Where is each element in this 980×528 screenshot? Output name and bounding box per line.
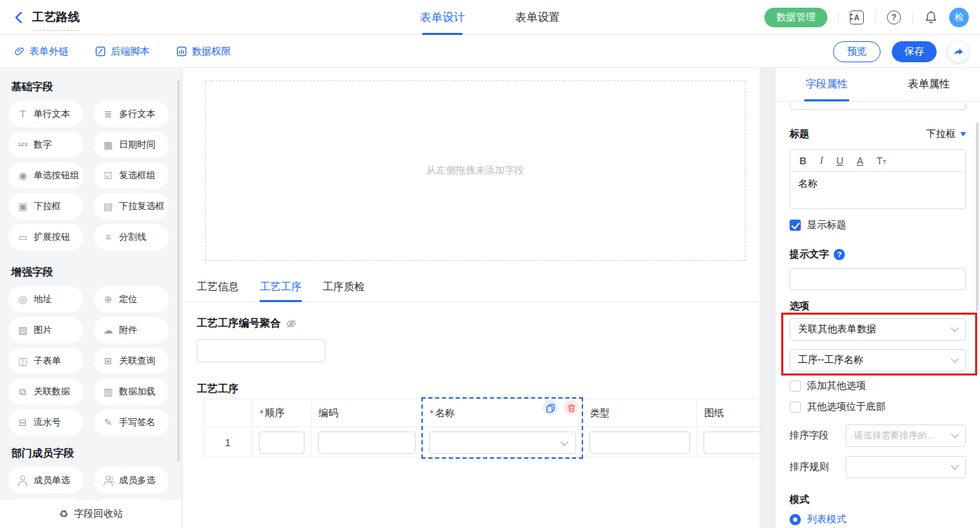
- data-manage-button[interactable]: 数据管理: [764, 8, 827, 27]
- show-title-checkbox[interactable]: [790, 220, 801, 231]
- api-docs-button[interactable]: A: [849, 10, 864, 25]
- section-title-basic: 基础字段: [11, 80, 173, 94]
- bold-button[interactable]: B: [799, 155, 806, 166]
- field-item-extend-button[interactable]: ▭扩展按钮: [8, 224, 83, 250]
- field-item-lookup[interactable]: ⊞关联查询: [94, 348, 169, 374]
- image-icon: ▧: [17, 325, 29, 335]
- external-link-button[interactable]: 表单外链: [14, 45, 69, 58]
- tab-field-properties[interactable]: 字段属性: [776, 68, 878, 101]
- field-item-multi-text[interactable]: ≣多行文本: [94, 101, 169, 127]
- sort-rule-select[interactable]: [846, 456, 966, 478]
- field-item-select[interactable]: ▣下拉框: [8, 193, 83, 220]
- permission-icon: [176, 46, 187, 57]
- aggregate-field-label: 工艺工序编号聚合: [197, 317, 297, 330]
- code-input[interactable]: [318, 431, 416, 454]
- field-item-address[interactable]: ◎地址: [8, 286, 83, 313]
- field-item-number[interactable]: 123数字: [8, 131, 83, 158]
- font-size-button[interactable]: TT: [876, 155, 886, 166]
- field-palette-sidebar: 基础字段 T单行文本 ≣多行文本 123数字 ▦日期时间 ◉单选按钮组 ☑复选框…: [0, 68, 182, 528]
- field-item-signature[interactable]: ✎手写签名: [94, 409, 169, 436]
- add-other-checkbox[interactable]: [790, 380, 801, 392]
- title-setting-row: 标题 下拉框: [790, 125, 966, 143]
- field-item-single-text[interactable]: T单行文本: [8, 101, 83, 127]
- field-item-image[interactable]: ▧图片: [8, 317, 83, 343]
- help-tooltip-icon[interactable]: ?: [834, 249, 845, 260]
- panel-scrollbar[interactable]: [976, 122, 979, 311]
- field-item-attachment[interactable]: ☁附件: [94, 317, 169, 343]
- clipped-input[interactable]: [790, 101, 966, 110]
- order-input[interactable]: [259, 431, 304, 454]
- location-pin-icon: ◎: [17, 294, 29, 304]
- checkbox-icon: ☑: [102, 171, 114, 180]
- save-button[interactable]: 保存: [892, 41, 937, 62]
- hint-text-input[interactable]: [790, 268, 966, 290]
- field-item-data-load[interactable]: ▥数据加载: [94, 378, 169, 405]
- field-item-locate[interactable]: ⊕定位: [94, 286, 169, 313]
- tab-form-properties[interactable]: 表单属性: [878, 68, 980, 101]
- data-permission-button[interactable]: 数据权限: [176, 45, 231, 58]
- rownum-column: 1: [204, 399, 253, 457]
- column-drawing[interactable]: 图纸: [697, 399, 760, 457]
- section-title-members: 部门成员字段: [11, 447, 173, 460]
- backend-script-button[interactable]: 后端脚本: [95, 45, 150, 58]
- field-type-select[interactable]: 下拉框: [926, 128, 966, 141]
- delete-field-button[interactable]: [564, 400, 579, 415]
- share-arrow-icon: [953, 46, 964, 57]
- option-source-select[interactable]: 关联其他表单数据: [790, 318, 966, 341]
- field-item-linked-data[interactable]: ⧉关联数据: [8, 378, 83, 405]
- list-mode-radio[interactable]: [790, 514, 801, 525]
- divider-icon: ≡: [102, 232, 114, 242]
- option-field-select[interactable]: 工序--工序名称: [790, 349, 966, 371]
- drawing-input[interactable]: [704, 431, 760, 454]
- column-type[interactable]: 类型: [583, 399, 697, 457]
- name-select[interactable]: [429, 431, 576, 454]
- field-item-subform[interactable]: ◫子表单: [8, 348, 83, 374]
- chart-icon: ▥: [102, 387, 114, 397]
- font-color-button[interactable]: A: [857, 155, 863, 166]
- page-title[interactable]: 工艺路线: [32, 9, 80, 31]
- field-item-member-single[interactable]: 成员单选: [8, 467, 83, 494]
- chevron-down-icon: [560, 438, 568, 445]
- column-code[interactable]: 编码: [312, 399, 423, 457]
- field-recycle-bin[interactable]: ♻ 字段回收站: [0, 500, 182, 528]
- field-item-member-multi[interactable]: 成员多选: [94, 467, 169, 494]
- back-button[interactable]: [11, 10, 27, 25]
- other-bottom-checkbox[interactable]: [790, 401, 801, 413]
- share-button[interactable]: [948, 41, 969, 62]
- chevron-down-icon: [951, 355, 958, 362]
- tab-process-info[interactable]: 工艺信息: [197, 278, 239, 301]
- copy-field-button[interactable]: [542, 400, 558, 415]
- tab-form-design[interactable]: 表单设计: [420, 0, 465, 35]
- sort-field-select[interactable]: 请选择需要排序的...: [846, 424, 966, 447]
- field-item-divider[interactable]: ≡分割线: [94, 224, 169, 250]
- field-item-multi-select[interactable]: ▤下拉复选框: [94, 193, 169, 220]
- preview-button[interactable]: 预览: [833, 41, 881, 62]
- italic-button[interactable]: I: [820, 155, 823, 166]
- notifications-button[interactable]: [923, 10, 939, 25]
- field-item-checkbox-group[interactable]: ☑复选框组: [94, 162, 169, 189]
- copy-icon: [546, 404, 555, 413]
- title-value-input[interactable]: 名称: [790, 172, 965, 208]
- help-button[interactable]: ?: [886, 10, 902, 25]
- aggregate-field-input[interactable]: [197, 339, 326, 362]
- enhanced-field-grid: ◎地址 ⊕定位 ▧图片 ☁附件 ◫子表单 ⊞关联查询 ⧉关联数据 ▥数据加载 ⊟…: [8, 286, 173, 436]
- field-item-datetime[interactable]: ▦日期时间: [94, 131, 169, 158]
- panel-tabs: 字段属性 表单属性: [776, 68, 980, 101]
- type-input[interactable]: [589, 431, 690, 454]
- tab-form-settings[interactable]: 表单设置: [515, 0, 560, 35]
- field-item-radio-group[interactable]: ◉单选按钮组: [8, 162, 83, 189]
- link-data-icon: ⧉: [17, 387, 29, 397]
- sort-field-row: 排序字段 请选择需要排序的...: [790, 424, 966, 447]
- tab-process-steps[interactable]: 工艺工序: [260, 278, 302, 301]
- field-item-serial[interactable]: ⊟流水号: [8, 409, 83, 436]
- chevron-down-icon: [951, 324, 958, 331]
- user-avatar[interactable]: 检: [949, 8, 969, 27]
- show-title-row: 显示标题: [790, 219, 966, 231]
- pen-icon: ✎: [102, 418, 114, 427]
- tab-step-qc[interactable]: 工序质检: [323, 278, 365, 301]
- column-order[interactable]: *顺序: [253, 399, 312, 457]
- sidebar-scrollbar[interactable]: [177, 80, 180, 462]
- dropzone[interactable]: 从左侧拖拽来添加字段: [205, 80, 746, 261]
- underline-button[interactable]: U: [836, 155, 844, 166]
- basic-field-grid: T单行文本 ≣多行文本 123数字 ▦日期时间 ◉单选按钮组 ☑复选框组 ▣下拉…: [8, 101, 173, 250]
